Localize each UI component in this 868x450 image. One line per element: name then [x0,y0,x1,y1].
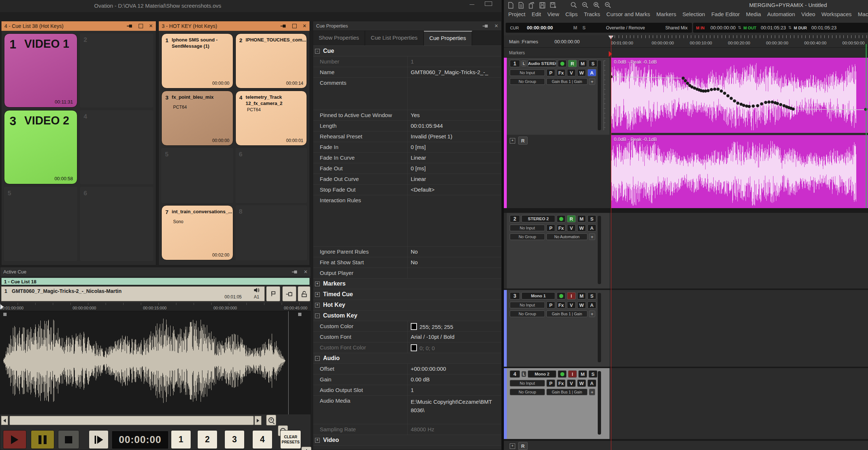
property-row[interactable]: Fire at Show Start Fire at Show Start No [313,257,501,268]
add-button[interactable]: + [589,78,595,85]
hotkey-tile[interactable]: 7 int_train_conversations_... Sono 00:02… [161,205,233,260]
property-value[interactable]: 1 [408,57,501,67]
input-selector[interactable]: No Input [510,380,545,387]
input-monitor-button[interactable]: I [568,370,577,378]
markers-row[interactable]: Markers [504,48,868,58]
clip-lane-right[interactable]: 0.0dB - Peak -0.1dB [611,135,868,208]
playhead-cursor[interactable] [0,304,4,309]
track-scrollbar[interactable] [598,216,601,284]
v-button[interactable]: V [567,380,576,387]
p-button[interactable]: P [546,301,555,309]
selection-handle-right[interactable] [298,313,301,316]
scrollbar-thumb[interactable] [10,416,254,425]
menu-item[interactable]: Clips [565,11,578,17]
property-row[interactable]: Offset Offset +00:00:00:000 [313,364,501,374]
import-icon[interactable] [528,2,535,9]
expand-icon[interactable]: + [510,443,515,449]
mix-mode[interactable]: Shared Mix [665,25,688,30]
group-selector[interactable]: No Group [510,78,545,85]
w-button[interactable]: W [577,380,586,387]
automation-button[interactable]: A [587,224,596,232]
flag-button[interactable] [266,286,280,301]
expand-collapse-icon[interactable]: - [315,49,320,54]
fx-button[interactable]: Fx [557,301,565,309]
clip-lane-left[interactable]: 0.0dB - Peak -0.1dB [611,58,868,133]
expand-collapse-icon[interactable]: + [315,303,320,308]
zoom-out2-icon[interactable] [604,1,612,9]
track-scrollbar[interactable] [598,61,601,130]
track-header-4[interactable]: 4 L Mono 2 I M S No Input P Fx V W A No … [507,368,609,439]
automation-button[interactable]: A [587,301,596,309]
cue-tile[interactable]: 6 6 [80,187,153,261]
bus-selector[interactable]: Gain Bus 1 | Gain [546,311,587,317]
automation-selector[interactable]: No Automation [546,233,587,240]
property-row[interactable]: Fade Out Curve Fade Out Curve Linear [313,174,501,185]
track-header-3[interactable]: 3 Mono 1 I M S No Input P Fx V W A No Gr… [507,290,609,367]
automation-button[interactable]: A [587,380,596,387]
w-button[interactable]: W [577,69,586,76]
v-button[interactable]: V [567,301,576,309]
track-name[interactable]: Mono 1 [521,292,555,300]
property-value[interactable]: 48000 Hz [408,424,501,435]
property-value[interactable]: 255; 255; 255 [408,321,501,331]
minimize-icon[interactable]: — [469,1,475,7]
timecode-format-label[interactable]: Main :Frames [509,39,538,44]
mute-indicator[interactable]: M [573,25,577,30]
properties-tab[interactable]: Show Properties [313,31,365,46]
property-row[interactable]: + Markers Markers [313,279,501,289]
cue-tile[interactable]: 3 VIDEO 2 00:00:58 3 [4,110,77,184]
fx-button[interactable]: Fx [557,224,565,232]
menu-item[interactable]: Workspaces [821,11,851,17]
hotkey-tile[interactable]: 2 IPHONE_TOUCHES_com... 00:00:14 2 [235,33,307,88]
pin-icon[interactable] [281,24,286,28]
track-header-2[interactable]: 2 STEREO 2 R M S No Input P Fx V W A No … [507,213,609,288]
property-row[interactable]: Rehearsal Preset Rehearsal Preset Invali… [313,131,501,142]
menu-item[interactable]: Markers [656,11,676,17]
track-number[interactable]: 1 [510,60,520,67]
property-value[interactable]: Invalid (Preset 1) [408,131,501,142]
group-selector[interactable]: No Group [510,233,545,240]
property-value[interactable]: Arial / -10pt / Bold [408,332,501,342]
property-value[interactable]: 0 [ms] [408,163,501,174]
property-row[interactable]: Stop Fade Out Stop Fade Out <Default> [313,185,501,195]
close-icon[interactable]: ✕ [149,24,153,28]
hotkey-tile[interactable]: 1 Iphone SMS sound - SentMessage (1) 00:… [161,33,233,88]
pause-button[interactable] [31,430,54,449]
property-row[interactable]: Audio Output Slot Audio Output Slot 1 [313,385,501,396]
track-name[interactable]: Mono 2 [528,370,556,378]
bus-selector[interactable]: Gain Bus 1 | Gain [546,78,587,85]
active-cue-header[interactable]: Active Cue ✕ [0,267,311,277]
bus-selector[interactable]: Gain Bus 1 | Gain [546,389,587,395]
active-cue-list-bar[interactable]: 1 - Cue List 18 [1,277,310,285]
property-value[interactable]: GMT8060_7_Magic-Tricks-2_-_ [408,67,501,77]
property-row[interactable]: Fade In Fade In 0 [ms] [313,142,501,153]
input-selector[interactable]: No Input [510,69,545,76]
expand-collapse-icon[interactable]: + [315,292,320,297]
active-cue-row[interactable]: 1 GMT8060_7_Magic-Tricks-2_-_Nicolas-Mar… [1,286,265,301]
pin-icon[interactable] [127,24,133,28]
menu-item[interactable]: Fade Editor [711,11,740,17]
cue-properties-header[interactable]: Cue Properties ✕ [313,21,501,31]
property-row[interactable]: Name Name GMT8060_7_Magic-Tricks-2_-_ [313,67,501,78]
properties-tab[interactable]: Cue List Properties [365,31,424,46]
menu-item[interactable]: Automation [767,11,795,17]
property-row[interactable]: Ignore Parent Rules Ignore Parent Rules … [313,247,501,257]
stop-button[interactable] [58,430,79,449]
preset-button[interactable]: 2 [197,430,217,449]
scroll-left-button[interactable] [1,416,8,425]
group-selector[interactable]: No Group [510,311,545,317]
mark-out-timecode[interactable]: 00:01:05:23 [761,25,786,30]
lock-button[interactable] [298,286,310,301]
automation-button[interactable]: A [587,69,596,76]
track-number[interactable]: 4 [510,370,520,378]
record-ready-indicator[interactable] [558,60,567,67]
preset-button[interactable]: 3 [224,430,245,449]
menu-item[interactable]: View [547,11,559,17]
property-value[interactable]: No [408,257,501,268]
save-as-icon[interactable] [550,2,557,9]
track-number[interactable]: 3 [510,292,520,300]
zoom-in-button[interactable]: + [266,415,276,425]
record-ready-indicator[interactable] [557,292,565,300]
property-row[interactable]: + Hot Key Hot Key [313,300,501,311]
cue-tile[interactable]: 5 5 [4,187,77,261]
